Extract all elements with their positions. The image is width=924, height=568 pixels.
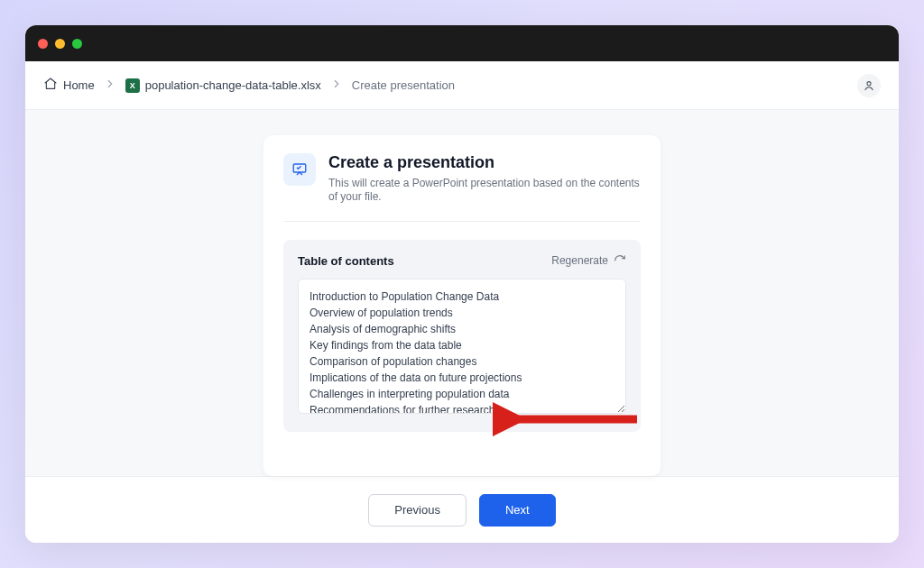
regenerate-button[interactable]: Regenerate (551, 254, 626, 267)
user-avatar-button[interactable] (857, 74, 881, 97)
workspace: Create a presentation This will create a… (25, 110, 899, 476)
home-icon (43, 77, 58, 95)
footer-bar: Previous Next (25, 476, 899, 543)
divider (283, 221, 641, 222)
svg-point-0 (867, 81, 871, 85)
regenerate-label: Regenerate (551, 254, 608, 267)
breadcrumb-home[interactable]: Home (43, 77, 95, 95)
card-description: This will create a PowerPoint presentati… (328, 177, 641, 205)
app-window: Home population-change-data-table.xlsx C… (25, 25, 899, 543)
create-presentation-card: Create a presentation This will create a… (263, 135, 661, 476)
window-maximize-dot[interactable] (72, 39, 82, 49)
chevron-right-icon (330, 78, 343, 94)
window-minimize-dot[interactable] (55, 39, 65, 49)
breadcrumb-home-label: Home (63, 78, 95, 92)
breadcrumb-current: Create presentation (352, 78, 455, 92)
breadcrumb-file-label: population-change-data-table.xlsx (145, 78, 321, 92)
toc-textarea[interactable] (298, 279, 626, 414)
window-close-dot[interactable] (38, 39, 48, 49)
window-titlebar (25, 25, 899, 61)
excel-file-icon (125, 78, 140, 93)
chevron-right-icon (104, 78, 116, 94)
previous-button[interactable]: Previous (368, 494, 467, 527)
refresh-icon (614, 254, 626, 267)
card-title: Create a presentation (328, 153, 641, 173)
breadcrumb-file[interactable]: population-change-data-table.xlsx (125, 78, 321, 93)
toc-title: Table of contents (298, 254, 394, 268)
breadcrumb-bar: Home population-change-data-table.xlsx C… (25, 61, 899, 110)
toc-panel: Table of contents Regenerate (283, 240, 641, 432)
presentation-icon (283, 153, 316, 186)
next-button[interactable]: Next (479, 494, 556, 527)
